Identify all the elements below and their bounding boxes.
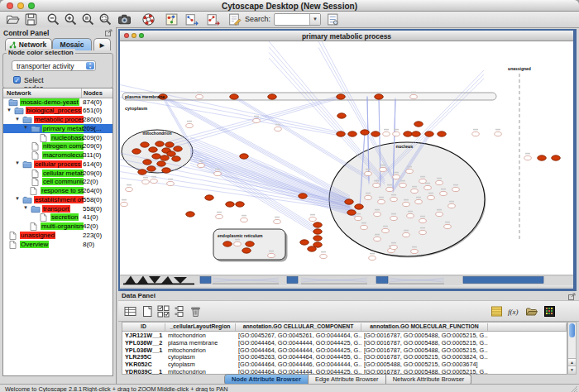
tree-expander-icon[interactable]: ▼ [15, 160, 20, 165]
network-node[interactable] [143, 160, 152, 165]
scrollbar-thumb[interactable] [569, 323, 575, 337]
network-node[interactable] [167, 181, 175, 185]
network-node[interactable] [400, 183, 407, 187]
table-scrollbar[interactable]: ▲ ▼ [567, 322, 577, 375]
network-node[interactable] [156, 141, 165, 146]
network-node[interactable] [393, 174, 400, 179]
network-node[interactable] [345, 199, 354, 204]
snapshot-camera-icon[interactable] [117, 12, 132, 26]
tree-row[interactable]: macromolecule311(0) [3, 151, 112, 160]
network-node[interactable] [132, 149, 141, 154]
attribute-table-header[interactable]: ID_cellularLayoutRegionannotation.GO CEL… [122, 323, 567, 332]
network-node[interactable] [174, 146, 183, 151]
tree-row[interactable]: unassigned223(0) [3, 231, 112, 240]
network-node[interactable] [313, 229, 323, 234]
resize-grip[interactable] [571, 385, 578, 392]
network-node[interactable] [223, 241, 232, 246]
delete-attribute-icon[interactable] [189, 305, 202, 318]
network-node[interactable] [142, 179, 150, 184]
network-node[interactable] [361, 130, 370, 135]
network-node[interactable] [406, 169, 414, 173]
annotation-icon[interactable] [227, 12, 242, 26]
network-node[interactable] [374, 212, 381, 216]
minimized-windows-strip[interactable] [120, 275, 573, 285]
network-node[interactable] [403, 202, 410, 206]
network-node[interactable] [415, 199, 423, 203]
tree-expander-icon[interactable]: ▼ [23, 205, 28, 210]
tree-row[interactable]: mosaic-demo-yeast874(0) [3, 98, 112, 107]
network-node[interactable] [407, 213, 414, 218]
tree-row[interactable]: multi-organism pro42(0) [3, 222, 112, 232]
network-node[interactable] [165, 142, 175, 147]
tree-expander-icon[interactable]: ▼ [23, 125, 28, 130]
network-node[interactable] [375, 94, 384, 99]
network-node[interactable] [414, 122, 423, 127]
search-option-icon[interactable] [326, 12, 340, 26]
tree-row[interactable]: cellular metabol209(0) [3, 169, 112, 178]
network-node[interactable] [383, 131, 390, 136]
network-node[interactable] [436, 180, 443, 184]
network-node[interactable] [365, 171, 372, 175]
table-row[interactable]: YLR295Ccytoplasm[GO:0045263, GO:0044464,… [122, 353, 567, 361]
column-header[interactable]: _cellularLayoutRegion [165, 323, 236, 331]
tree-row[interactable]: nitrogen compo209(0) [3, 142, 112, 151]
network-node[interactable] [160, 155, 170, 160]
network-window-titlebar[interactable]: primary metabolic process [120, 31, 573, 41]
zoom-fit-icon[interactable] [81, 12, 95, 26]
tree-row[interactable]: cell communicat22(0) [3, 178, 112, 187]
network-node[interactable] [452, 187, 460, 191]
network-node[interactable] [428, 195, 435, 199]
network-canvas[interactable]: plasma membranecytoplasmmitochondrionnuc… [120, 41, 573, 275]
import-attributes-icon[interactable] [525, 305, 538, 318]
network-node[interactable] [552, 155, 561, 160]
network-node[interactable] [121, 202, 128, 206]
column-header[interactable]: annotation.GO CELLULAR_COMPONENT [236, 323, 361, 331]
zoom-out-icon[interactable] [46, 12, 60, 26]
network-node[interactable] [309, 217, 317, 221]
network-node[interactable] [419, 230, 427, 234]
network-node[interactable] [472, 131, 480, 136]
network-node[interactable] [371, 131, 380, 136]
network-node[interactable] [444, 224, 452, 228]
network-node[interactable] [242, 248, 251, 253]
search-dropdown-arrow[interactable]: ▼ [309, 14, 320, 25]
table-row[interactable]: YJR121W__1mitochondrion[GO:0045267, GO:0… [122, 332, 567, 339]
network-node[interactable] [355, 216, 362, 220]
network-node[interactable] [337, 113, 347, 118]
network-node[interactable] [230, 94, 239, 99]
tree-row[interactable]: ▼cellular process614(0) [3, 160, 112, 169]
network-node[interactable] [126, 187, 133, 191]
save-icon[interactable] [24, 12, 38, 26]
network-node[interactable] [162, 168, 171, 173]
tab-overflow-arrow[interactable]: ▶ [93, 38, 111, 50]
float-datapanel-icon[interactable] [568, 293, 576, 300]
float-panel-icon[interactable] [105, 29, 112, 36]
network-node[interactable] [299, 194, 308, 198]
table-row[interactable]: YKR052Ccytoplasm[GO:0044464, GO:0044446,… [122, 361, 567, 368]
network-node[interactable] [234, 241, 242, 246]
network-node[interactable] [253, 118, 261, 122]
new-attribute-icon[interactable] [141, 305, 154, 318]
network-node[interactable] [308, 246, 317, 251]
vizmapper-icon[interactable] [165, 12, 179, 26]
network-node[interactable] [412, 131, 421, 136]
attribute-matrix-icon[interactable] [543, 305, 556, 318]
network-node[interactable] [495, 131, 502, 136]
table-row[interactable]: YPL036W__1mitochondrion[GO:0044464, GO:0… [122, 346, 567, 353]
network-node[interactable] [538, 155, 547, 160]
network-node[interactable] [374, 237, 381, 241]
node-color-dropdown[interactable]: transporter activity ▲▼ [12, 60, 96, 71]
network-node[interactable] [365, 195, 372, 199]
export-network-icon[interactable] [206, 12, 220, 26]
network-node[interactable] [275, 127, 282, 131]
network-node[interactable] [268, 253, 275, 257]
tree-row[interactable]: ▼transport558(0) [3, 204, 112, 213]
network-node[interactable] [355, 204, 364, 209]
network-node[interactable] [380, 167, 387, 171]
network-node[interactable] [152, 154, 161, 159]
tree-row[interactable]: ▼metabolic process280(0) [3, 116, 112, 125]
attribute-table-icon[interactable] [124, 305, 136, 318]
network-node[interactable] [241, 218, 248, 222]
network-node[interactable] [347, 210, 356, 215]
attribute-table[interactable]: ID_cellularLayoutRegionannotation.GO CEL… [122, 322, 567, 375]
